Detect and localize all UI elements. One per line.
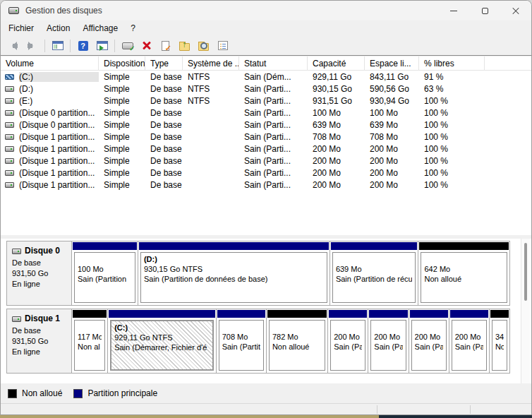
open-button[interactable]	[176, 37, 193, 54]
partition-body[interactable]: 200 MoSain (Pa	[330, 320, 365, 371]
column-header-statut[interactable]: Statut	[239, 56, 308, 70]
partition[interactable]: 34 MNon a	[489, 309, 509, 373]
partition[interactable]: 782 MoNon alloué	[266, 309, 327, 373]
forward-button[interactable]	[23, 37, 41, 54]
cell-type: De base	[145, 72, 183, 82]
partition-label	[334, 322, 362, 332]
partition[interactable]: (D:)930,15 Go NTFSSain (Partition de don…	[138, 241, 330, 305]
cell-espace: 930,94 Go	[365, 96, 419, 106]
partition-label	[424, 254, 504, 264]
close-button[interactable]	[500, 1, 531, 20]
table-row[interactable]: (Disque 0 partition...SimpleDe baseSain …	[1, 107, 531, 119]
table-row[interactable]: (Disque 1 partition...SimpleDe baseSain …	[1, 155, 531, 167]
partition-type-band	[73, 242, 137, 250]
cell-libres: 91 %	[419, 72, 485, 82]
cell-type: De base	[145, 180, 183, 190]
table-row[interactable]: (Disque 1 partition...SimpleDe baseSain …	[1, 131, 531, 143]
partition-body[interactable]: 34 MNon a	[492, 320, 507, 371]
cell-disposition: Simple	[99, 108, 145, 118]
options-button[interactable]	[214, 37, 231, 54]
partition-body[interactable]: 200 MoSain (Pa	[452, 320, 487, 371]
partition[interactable]: 200 MoSain (Pa	[409, 309, 449, 373]
console-tree-icon	[52, 41, 64, 50]
menu-item-fichier[interactable]: Fichier	[2, 22, 40, 35]
minimize-button[interactable]	[438, 1, 469, 20]
legend-swatch	[8, 389, 17, 398]
partition-body[interactable]: 200 MoSain (Pa	[370, 320, 406, 371]
window-title: Gestion des disques	[25, 6, 102, 16]
doc-check-icon	[162, 41, 169, 51]
check-partition-button[interactable]	[157, 37, 174, 54]
scrollbar-thumb[interactable]	[524, 243, 527, 301]
volume-name: (Disque 1 partition...	[19, 132, 95, 142]
titlebar[interactable]: Gestion des disques	[1, 1, 531, 20]
delete-volume-button[interactable]	[138, 37, 155, 54]
partition[interactable]: 708 MoSain (Partit	[216, 309, 266, 373]
volume-drive-icon	[5, 86, 14, 92]
disk-label-0[interactable]: Disque 0De base931,50 GoEn ligne	[7, 241, 72, 305]
partition[interactable]: 100 MoSain (Partition	[72, 241, 138, 305]
table-row[interactable]: (Disque 1 partition...SimpleDe baseSain …	[1, 143, 531, 155]
console-tree-button[interactable]	[49, 37, 66, 54]
column-header-espace[interactable]: Espace li...	[365, 56, 419, 70]
table-row[interactable]: (C:)SimpleDe baseNTFSSain (Dém...929,11 …	[1, 71, 531, 83]
cell-capacite: 200 Mo	[308, 180, 365, 190]
column-header-disposition[interactable]: Disposition	[99, 56, 145, 70]
column-header-libres[interactable]: % libres	[419, 56, 485, 70]
cell-libres: 100 %	[419, 144, 485, 154]
partition-type-band	[267, 310, 327, 318]
volume-cell: (Disque 1 partition...	[1, 144, 99, 154]
partition[interactable]: 117 MoNon al	[72, 309, 107, 373]
partition[interactable]: (C:)929,11 Go NTFSSain (Démarrer, Fichie…	[107, 309, 216, 373]
partition[interactable]: 639 MoSain (Partition de récu	[330, 241, 418, 305]
table-row[interactable]: (Disque 1 partition...SimpleDe baseSain …	[1, 167, 531, 179]
cell-disposition: Simple	[99, 180, 145, 190]
table-row[interactable]: (Disque 1 partition...SimpleDe baseSain …	[1, 179, 531, 191]
disk-label-1[interactable]: Disque 1De base931,50 GoEn ligne	[7, 309, 72, 373]
volume-name: (Disque 1 partition...	[19, 144, 95, 154]
disk-name: Disque 0	[12, 246, 71, 256]
help-button[interactable]	[74, 37, 92, 54]
partition[interactable]: 200 MoSain (Pa	[449, 309, 489, 373]
column-header-fs[interactable]: Système de ...	[183, 56, 239, 70]
column-header-capacite[interactable]: Capacité	[308, 56, 365, 70]
column-header-volume[interactable]: Volume	[1, 56, 99, 70]
partition-status: Sain (Pa	[415, 342, 443, 352]
partition-label: (C:)	[114, 323, 210, 333]
partition-body[interactable]: (C:)929,11 Go NTFSSain (Démarrer, Fichie…	[110, 320, 214, 371]
refresh-button[interactable]	[119, 37, 136, 54]
partition-body[interactable]: 117 MoNon al	[74, 320, 105, 371]
partition-size: 34 M	[495, 332, 504, 342]
explore-button[interactable]	[195, 37, 212, 54]
action-pane-button[interactable]	[93, 37, 111, 54]
legend-item: Non alloué	[8, 388, 62, 398]
partition-body[interactable]: 100 MoSain (Partition	[74, 252, 135, 303]
partition-body[interactable]: 642 MoNon alloué	[421, 252, 507, 303]
volume-cell: (E:)	[1, 96, 99, 106]
cell-libres: 100 %	[419, 132, 485, 142]
menu-item-action[interactable]: Action	[40, 22, 76, 35]
cell-espace: 200 Mo	[365, 144, 419, 154]
back-button[interactable]	[4, 37, 22, 54]
vertical-scrollbar[interactable]	[521, 239, 530, 383]
cell-disposition: Simple	[99, 132, 145, 142]
volume-name: (Disque 1 partition...	[19, 156, 95, 166]
menu-item-?[interactable]: ?	[124, 22, 142, 35]
partition[interactable]: 200 MoSain (Pa	[368, 309, 408, 373]
table-row[interactable]: (E:)SimpleDe baseNTFSSain (Parti...931,5…	[1, 95, 531, 107]
partition[interactable]: 642 MoNon alloué	[418, 241, 509, 305]
partition[interactable]: 200 MoSain (Pa	[327, 309, 368, 373]
table-row[interactable]: (D:)SimpleDe baseNTFSSain (Parti...930,1…	[1, 83, 531, 95]
partition-body[interactable]: 782 MoNon alloué	[269, 320, 325, 371]
cell-type: De base	[145, 132, 183, 142]
partition-status: Sain (Partit	[222, 342, 260, 352]
partition-body[interactable]: 639 MoSain (Partition de récu	[332, 252, 416, 303]
column-header-type[interactable]: Type	[145, 56, 183, 70]
menu-item-affichage[interactable]: Affichage	[76, 22, 124, 35]
cell-capacite: 200 Mo	[308, 168, 365, 178]
partition-body[interactable]: (D:)930,15 Go NTFSSain (Partition de don…	[140, 252, 327, 303]
maximize-button[interactable]	[469, 1, 500, 20]
partition-body[interactable]: 708 MoSain (Partit	[219, 320, 264, 371]
partition-body[interactable]: 200 MoSain (Pa	[411, 320, 447, 371]
table-row[interactable]: (Disque 0 partition...SimpleDe baseSain …	[1, 119, 531, 131]
